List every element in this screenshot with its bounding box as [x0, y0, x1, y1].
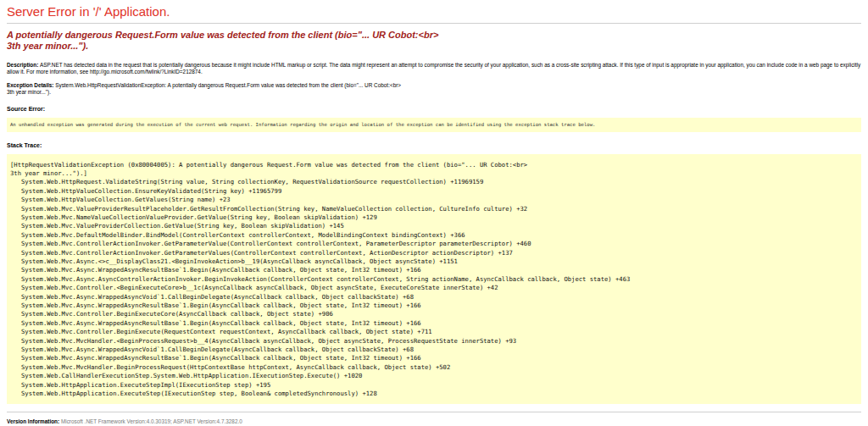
version-info-label: Version Information:	[7, 418, 61, 424]
stack-trace-label: Stack Trace:	[7, 142, 861, 148]
version-info-text: Microsoft .NET Framework Version:4.0.303…	[61, 418, 242, 424]
description-text: ASP.NET has detected data in the request…	[7, 62, 860, 75]
stack-trace-text: [HttpRequestValidationException (0x80004…	[10, 161, 858, 399]
description-block: Description: ASP.NET has detected data i…	[7, 62, 861, 75]
exception-details-label: Exception Details:	[7, 82, 55, 88]
server-error-page: { "page": { "title": "Server Error in '/…	[0, 0, 868, 426]
footer-divider	[7, 412, 861, 412]
page-title: Server Error in '/' Application.	[7, 4, 861, 20]
source-error-label: Source Error:	[7, 106, 861, 112]
description-label: Description:	[7, 62, 40, 68]
source-error-box: An unhandled exception was generated dur…	[7, 118, 861, 132]
title-divider	[7, 23, 861, 24]
version-info: Version Information: Microsoft .NET Fram…	[7, 418, 861, 425]
exception-details-block: Exception Details: System.Web.HttpReques…	[7, 82, 861, 95]
stack-trace-box: [HttpRequestValidationException (0x80004…	[7, 154, 861, 405]
source-error-text: An unhandled exception was generated dur…	[10, 122, 858, 128]
exception-details-text: System.Web.HttpRequestValidationExceptio…	[7, 82, 401, 95]
error-subtitle: A potentially dangerous Request.Form val…	[7, 30, 861, 52]
